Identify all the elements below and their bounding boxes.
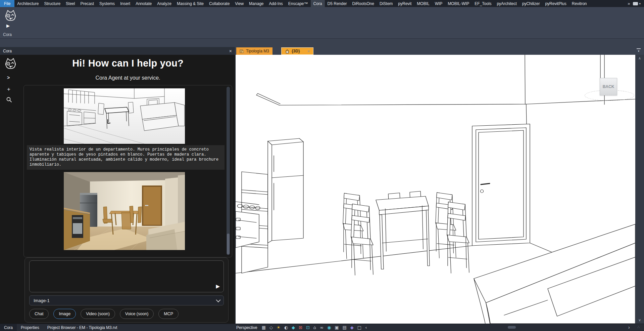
menu-tab[interactable]: pyArchitect xyxy=(494,0,519,7)
menu-tab[interactable]: DiRootsOne xyxy=(350,0,377,7)
crop-region-icon[interactable]: ⊡ xyxy=(306,325,310,330)
mode-chat-button[interactable]: Chat xyxy=(29,309,49,319)
crop-view-icon[interactable]: ⊠ xyxy=(299,325,302,330)
statusbar-tab-cora[interactable]: Cora xyxy=(0,324,17,331)
tab-label: Tipología M3 xyxy=(246,49,269,53)
mode-image-button[interactable]: Image xyxy=(53,309,76,319)
menu-tab[interactable]: Enscape™ xyxy=(286,0,311,7)
menu-tab[interactable]: Steel xyxy=(63,0,78,7)
ribbon-overflow-icon[interactable]: » xyxy=(628,1,630,6)
shadows-icon[interactable]: ◐ xyxy=(284,325,288,330)
menu-tab[interactable]: Analyze xyxy=(154,0,174,7)
wireframe-preview-image xyxy=(64,88,185,144)
scroll-up-icon[interactable]: ∧ xyxy=(635,56,644,60)
chat-scrollbar-thumb[interactable] xyxy=(227,234,230,254)
camera-lock-icon[interactable]: ⌂ xyxy=(313,325,316,330)
ribbon-display-toggle[interactable]: ▾ xyxy=(633,2,641,5)
view-control-bar: Perspective ▦◇☀◐◆⊠⊡⌂∞◉▣▤◆□‹ xyxy=(236,324,367,331)
panel-heading: Hi! How can I help you? xyxy=(21,58,235,69)
menu-tab[interactable]: Add-Ins xyxy=(266,0,285,7)
ribbon-panel-icon xyxy=(633,2,638,5)
menubar-right: » ▾ xyxy=(628,0,644,7)
menu-tab[interactable]: Collaborate xyxy=(206,0,232,7)
image-model-select[interactable]: Image-1 xyxy=(29,295,224,305)
menu-tab[interactable]: Annotate xyxy=(133,0,154,7)
analytical-model-icon[interactable]: ◆ xyxy=(350,325,354,330)
menu-tab[interactable]: EF_Tools xyxy=(472,0,494,7)
visual-style-icon[interactable]: ◇ xyxy=(269,325,273,330)
menu-tab[interactable]: pyRevit xyxy=(395,0,414,7)
new-chat-icon[interactable]: + xyxy=(7,86,10,93)
menu-tabs: FileArchitectureStructureSteelPrecastSys… xyxy=(0,0,589,7)
render-dialog-icon[interactable]: ◆ xyxy=(292,325,295,330)
ribbon: ▶ Cora xyxy=(0,7,644,39)
mode-voice-button[interactable]: Voice (soon) xyxy=(120,309,154,319)
resize-grip-icon[interactable]: ∴ xyxy=(637,325,640,329)
image-model-value: Image-1 xyxy=(34,298,50,303)
panel-title: Cora xyxy=(3,49,12,53)
menu-tab[interactable]: Cora xyxy=(311,0,325,7)
cora-avatar-icon xyxy=(4,57,17,70)
menu-tab[interactable]: MOBIL-WIP xyxy=(445,0,472,7)
scroll-down-icon[interactable]: ∨ xyxy=(635,318,644,322)
menu-tab[interactable]: WIP xyxy=(432,0,445,7)
displacement-icon[interactable]: ▤ xyxy=(343,325,347,330)
tab-label: {3D} xyxy=(292,49,300,53)
menu-tab[interactable]: pyChilizer xyxy=(519,0,543,7)
detail-level-icon[interactable]: ▦ xyxy=(262,325,266,330)
sun-path-icon[interactable]: ☀ xyxy=(277,325,281,330)
close-icon[interactable]: × xyxy=(229,49,232,53)
reveal-constraints-icon[interactable]: □ xyxy=(357,325,361,330)
panel-subheading: Cora Agent at your service. xyxy=(21,75,235,81)
menu-tab[interactable]: Systems xyxy=(97,0,117,7)
search-icon[interactable] xyxy=(6,96,12,103)
menu-tab[interactable]: Massing & Site xyxy=(174,0,206,7)
temporary-hide-isolate-icon[interactable]: ∞ xyxy=(320,325,324,330)
statusbar-tab-properties[interactable]: Properties xyxy=(17,324,43,331)
tab-tipologia-m3[interactable]: Tipología M3 xyxy=(236,47,273,55)
menu-tab[interactable]: D5 Render xyxy=(325,0,350,7)
open-views-icon[interactable]: ▾ xyxy=(635,48,642,53)
statusbar: CoraPropertiesProject Browser - EM - Tip… xyxy=(0,324,644,331)
mode-video-button[interactable]: Video (soon) xyxy=(81,309,115,319)
viewcube-face-label: BACK xyxy=(603,84,614,89)
view-tabs: Tipología M3 {3D} × xyxy=(236,47,313,55)
cora-cat-icon[interactable] xyxy=(4,9,17,22)
menu-tab[interactable]: Insert xyxy=(117,0,133,7)
menu-tab[interactable]: Precast xyxy=(78,0,97,7)
viewcube[interactable]: BACK xyxy=(600,78,617,95)
collapse-panel-icon[interactable]: > xyxy=(7,75,10,80)
temporary-view-properties-icon[interactable]: ▣ xyxy=(335,325,339,330)
statusbar-tabs: CoraPropertiesProject Browser - EM - Tip… xyxy=(0,324,121,331)
viewport-vertical-scrollbar[interactable]: ∧ ∨ xyxy=(635,55,644,324)
menu-tab[interactable]: MOBIL xyxy=(414,0,432,7)
close-tab-icon[interactable]: × xyxy=(307,49,310,54)
view-scale-label[interactable]: Perspective xyxy=(236,325,257,330)
3d-viewport-drawing xyxy=(236,55,635,324)
statusbar-tab-project-browser[interactable]: Project Browser - EM - Tipologia M3.rvt xyxy=(43,324,121,331)
menu-tab[interactable]: DiStem xyxy=(377,0,395,7)
menu-tab[interactable]: pyRevitPlus xyxy=(542,0,569,7)
chat-scrollbar[interactable] xyxy=(227,87,230,255)
menu-tab[interactable]: View xyxy=(232,0,246,7)
cora-launch-button[interactable]: ▶ xyxy=(6,24,10,28)
assistant-message: Vista realista interior de un departamen… xyxy=(27,145,225,170)
mode-buttons: ChatImageVideo (soon)Voice (soon)MCP xyxy=(29,309,179,319)
3d-viewport[interactable]: BACK xyxy=(236,55,635,324)
menu-tab[interactable]: Revitron xyxy=(569,0,590,7)
view-control-icons: ▦◇☀◐◆⊠⊡⌂∞◉▣▤◆□‹ xyxy=(262,325,367,330)
scroll-right-icon[interactable]: › xyxy=(628,325,630,330)
horizontal-scrollbar-thumb[interactable] xyxy=(508,326,516,329)
message-input[interactable] xyxy=(29,260,224,292)
collapse-icon[interactable]: ‹ xyxy=(365,325,367,330)
menu-tab[interactable]: Architecture xyxy=(14,0,41,7)
cora-panel-titlebar[interactable]: Cora × xyxy=(0,47,235,55)
menu-tab[interactable]: Structure xyxy=(41,0,63,7)
send-button[interactable]: ▶ xyxy=(216,284,220,289)
mode-mcp-button[interactable]: MCP xyxy=(158,309,179,319)
menu-tab[interactable]: File xyxy=(0,0,14,7)
tab-3d[interactable]: {3D} × xyxy=(281,47,313,55)
reveal-hidden-icon[interactable]: ◉ xyxy=(327,325,331,330)
ribbon-group-label: Cora xyxy=(3,32,12,37)
menu-tab[interactable]: Manage xyxy=(246,0,266,7)
